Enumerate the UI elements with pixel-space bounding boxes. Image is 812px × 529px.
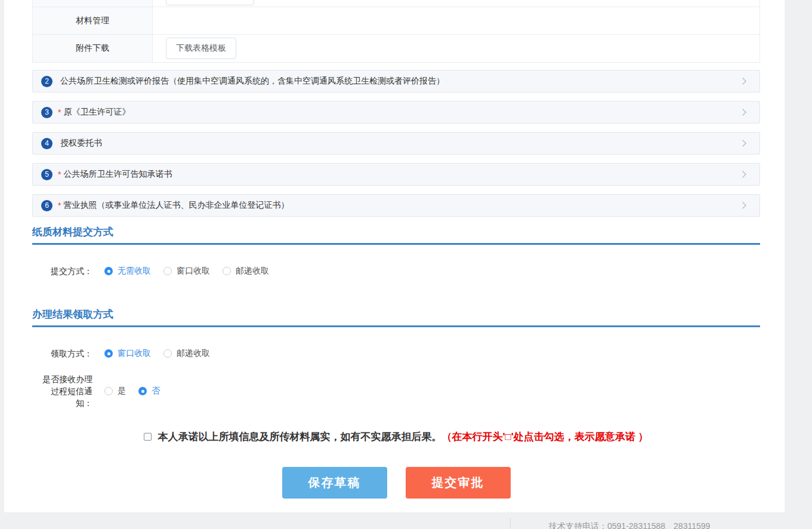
chevron-right-icon	[739, 109, 746, 115]
form-content: 材料管理 附件下载 下载表格模板 2 公共场所卫生检测或评价报告（使用集中空调通…	[32, 0, 760, 499]
radio-option-no[interactable]: 否	[138, 386, 160, 396]
section-title-result-pickup: 办理结果领取方式	[32, 307, 760, 327]
item-number-badge: 5	[41, 169, 53, 180]
commitment-row: 本人承诺以上所填信息及所传材料属实，如有不实愿承担后果。（在本行开头'□'处点击…	[32, 430, 760, 444]
paper-submission-row: 提交方式： 无需收取 窗口收取 邮递收取	[32, 265, 760, 277]
required-asterisk: *	[58, 107, 61, 117]
row-label: 材料管理	[33, 7, 153, 34]
row-label: 领取方式：	[32, 347, 92, 359]
radio-label: 否	[152, 386, 160, 396]
attachment-title: 原《卫生许可证》	[63, 107, 130, 118]
table-row	[33, 0, 759, 7]
attachment-title: 公共场所卫生许可告知承诺书	[63, 169, 172, 180]
label-line: 是否接收办理	[32, 373, 92, 385]
attachment-title: 营业执照（或事业单位法人证书、民办非企业单位登记证书）	[63, 200, 289, 211]
radio-button[interactable]	[104, 267, 113, 275]
radio-group-paper-submission: 无需收取 窗口收取 邮递收取	[104, 266, 269, 276]
main-panel: 材料管理 附件下载 下载表格模板 2 公共场所卫生检测或评价报告（使用集中空调通…	[4, 0, 785, 512]
radio-option-yes[interactable]: 是	[104, 386, 126, 396]
chevron-right-icon	[739, 140, 746, 146]
row-label: 是否接收办理 过程短信通 知：	[32, 373, 92, 409]
submit-approval-button[interactable]: 提交审批	[406, 467, 511, 499]
item-number-badge: 6	[41, 200, 53, 211]
page-footer: 技术支持电话：0591-28311588、28311599	[0, 513, 812, 529]
attachment-title: 授权委托书	[60, 138, 102, 149]
chevron-right-icon	[739, 171, 746, 177]
footer-divider	[510, 518, 511, 529]
radio-group-result-pickup: 窗口收取 邮递收取	[104, 348, 210, 359]
row-label	[33, 0, 153, 7]
radio-button[interactable]	[104, 349, 113, 358]
label-line: 知：	[32, 397, 92, 409]
radio-option-window-pickup[interactable]: 窗口收取	[104, 348, 151, 359]
commitment-text-warning: （在本行开头'□'处点击勾选，表示愿意承诺 ）	[441, 431, 648, 442]
row-content: 下载表格模板	[153, 35, 759, 62]
radio-option-no-collection[interactable]: 无需收取	[104, 266, 151, 276]
radio-label: 是	[118, 386, 126, 396]
attachment-item-5[interactable]: 5 * 公共场所卫生许可告知承诺书	[32, 163, 760, 186]
chevron-right-icon	[739, 78, 746, 84]
radio-group-sms-notification: 是 否	[104, 386, 160, 396]
input-field-partial[interactable]	[166, 0, 254, 5]
attachment-item-3[interactable]: 3 * 原《卫生许可证》	[32, 101, 760, 124]
action-button-row: 保存草稿 提交审批	[32, 467, 760, 499]
chevron-right-icon	[739, 202, 746, 208]
result-pickup-row: 领取方式： 窗口收取 邮递收取	[32, 347, 760, 359]
attachment-item-4[interactable]: 4 授权委托书	[32, 132, 760, 155]
material-table: 材料管理 附件下载 下载表格模板	[32, 0, 760, 63]
radio-button[interactable]	[163, 349, 172, 358]
sms-notification-row: 是否接收办理 过程短信通 知： 是 否	[32, 373, 760, 409]
table-row: 材料管理	[33, 7, 759, 34]
radio-button[interactable]	[163, 267, 172, 275]
radio-label: 窗口收取	[118, 348, 151, 359]
support-phone-text: 技术支持电话：0591-28311588、28311599	[549, 521, 710, 529]
table-row: 附件下载 下载表格模板	[33, 34, 759, 62]
required-asterisk: *	[58, 201, 61, 210]
attachment-item-6[interactable]: 6 * 营业执照（或事业单位法人证书、民办非企业单位登记证书）	[32, 194, 760, 217]
commitment-text: 本人承诺以上所填信息及所传材料属实，如有不实愿承担后果。（在本行开头'□'处点击…	[158, 430, 648, 444]
label-line: 过程短信通	[32, 385, 92, 397]
item-number-badge: 3	[41, 107, 53, 118]
row-content	[153, 0, 759, 7]
radio-label: 窗口收取	[177, 266, 210, 276]
attachment-item-2[interactable]: 2 公共场所卫生检测或评价报告（使用集中空调通风系统的，含集中空调通风系统卫生检…	[32, 70, 760, 93]
required-asterisk: *	[58, 170, 61, 179]
commitment-text-main: 本人承诺以上所填信息及所传材料属实，如有不实愿承担后果。	[158, 431, 441, 442]
row-content	[153, 7, 759, 34]
item-number-badge: 4	[41, 138, 53, 149]
download-template-button[interactable]: 下载表格模板	[166, 38, 236, 59]
save-draft-button[interactable]: 保存草稿	[282, 467, 387, 499]
radio-button[interactable]	[104, 387, 113, 395]
radio-button[interactable]	[223, 267, 231, 275]
radio-option-mail-pickup[interactable]: 邮递收取	[163, 348, 210, 359]
row-label: 提交方式：	[32, 265, 92, 277]
row-label: 附件下载	[33, 35, 153, 62]
radio-label: 邮递收取	[236, 266, 269, 276]
section-title-paper-submission: 纸质材料提交方式	[32, 225, 760, 245]
radio-option-mail-collection[interactable]: 邮递收取	[223, 266, 269, 276]
radio-button[interactable]	[138, 387, 147, 395]
radio-option-window-collection[interactable]: 窗口收取	[163, 266, 210, 276]
radio-label: 邮递收取	[177, 348, 210, 359]
attachment-title: 公共场所卫生检测或评价报告（使用集中空调通风系统的，含集中空调通风系统卫生检测或…	[60, 76, 444, 87]
item-number-badge: 2	[41, 76, 53, 87]
commitment-checkbox[interactable]	[144, 433, 152, 441]
radio-label: 无需收取	[118, 266, 151, 276]
